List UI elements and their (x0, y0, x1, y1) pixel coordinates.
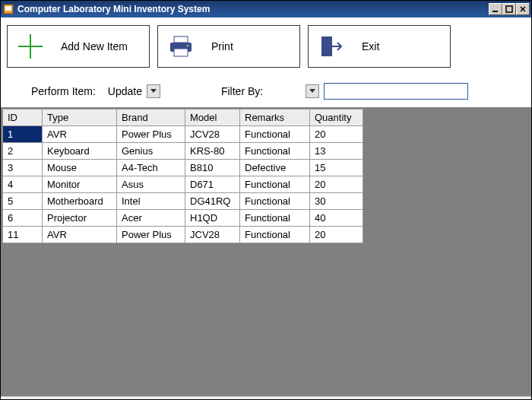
table-row[interactable]: 11AVRPower PlusJCV28Functional20 (3, 227, 363, 243)
svg-rect-3 (506, 6, 512, 12)
app-window: Computer Laboratory Mini Inventory Syste… (0, 0, 532, 400)
inventory-grid[interactable]: IDTypeBrandModelRemarksQuantity1AVRPower… (2, 109, 363, 243)
chevron-down-icon[interactable] (147, 84, 160, 98)
table-cell[interactable]: 40 (310, 210, 363, 227)
svg-rect-10 (174, 49, 188, 56)
table-cell[interactable]: 20 (310, 176, 363, 193)
table-cell[interactable]: Mouse (43, 160, 117, 176)
table-cell[interactable]: 11 (3, 227, 43, 243)
table-row[interactable]: 5MotherboardIntelDG41RQFunctional30 (3, 193, 363, 210)
exit-icon (316, 31, 347, 62)
column-header[interactable]: ID (3, 110, 43, 126)
svg-point-11 (187, 45, 189, 47)
add-new-item-label: Add New Item (61, 40, 128, 52)
svg-rect-8 (174, 37, 188, 43)
table-cell[interactable]: 6 (3, 210, 43, 227)
table-cell[interactable]: Monitor (43, 176, 117, 193)
table-cell[interactable]: Functional (240, 143, 310, 160)
perform-item-label: Perform Item: (31, 85, 96, 97)
table-cell[interactable]: Functional (240, 126, 310, 143)
table-cell[interactable]: A4-Tech (117, 160, 185, 176)
table-cell[interactable]: KRS-80 (185, 143, 240, 160)
exit-label: Exit (362, 40, 379, 52)
table-row[interactable]: 6ProjectorAcerH1QDFunctional40 (3, 210, 363, 227)
table-row[interactable]: 2KeyboardGeniusKRS-80Functional13 (3, 143, 363, 160)
filter-by-label: Filter By: (221, 85, 263, 97)
table-cell[interactable]: Power Plus (117, 227, 185, 243)
table-cell[interactable]: Intel (117, 193, 185, 210)
window-controls (489, 3, 530, 15)
status-bar (1, 396, 531, 399)
column-header[interactable]: Type (43, 110, 117, 126)
print-label: Print (211, 40, 233, 52)
table-cell[interactable]: AVR (43, 227, 117, 243)
table-cell[interactable]: Genius (117, 143, 185, 160)
chevron-down-icon[interactable] (306, 84, 319, 98)
table-cell[interactable]: 30 (310, 193, 363, 210)
table-cell[interactable]: Acer (117, 210, 185, 227)
column-header[interactable]: Remarks (240, 110, 310, 126)
svg-rect-12 (321, 37, 332, 56)
table-cell[interactable]: JCV28 (185, 227, 240, 243)
table-cell[interactable]: 13 (310, 143, 363, 160)
table-row[interactable]: 4MonitorAsusD671Functional20 (3, 176, 363, 193)
toolbar: Add New Item Print Exit (1, 17, 531, 71)
filter-input[interactable] (324, 83, 468, 100)
table-cell[interactable]: B810 (185, 160, 240, 176)
table-row[interactable]: 1AVRPower PlusJCV28Functional20 (3, 126, 363, 143)
column-header[interactable]: Brand (117, 110, 185, 126)
column-header[interactable]: Quantity (310, 110, 363, 126)
exit-button[interactable]: Exit (308, 25, 451, 68)
controls-row: Perform Item: Update Filter By: (1, 71, 531, 107)
perform-item-dropdown[interactable]: Update (103, 84, 160, 99)
perform-item-value: Update (103, 84, 147, 99)
table-cell[interactable]: Keyboard (43, 143, 117, 160)
table-cell[interactable]: Functional (240, 227, 310, 243)
window-title: Computer Laboratory Mini Inventory Syste… (17, 4, 489, 14)
table-cell[interactable]: 20 (310, 227, 363, 243)
title-bar: Computer Laboratory Mini Inventory Syste… (1, 1, 531, 17)
filter-group: Filter By: (221, 83, 468, 100)
table-cell[interactable]: Motherboard (43, 193, 117, 210)
table-cell[interactable]: 1 (3, 126, 43, 143)
table-cell[interactable]: Defective (240, 160, 310, 176)
table-row[interactable]: 3MouseA4-TechB810Defective15 (3, 160, 363, 176)
table-cell[interactable]: 15 (310, 160, 363, 176)
table-cell[interactable]: 2 (3, 143, 43, 160)
close-button[interactable] (516, 3, 530, 15)
column-header[interactable]: Model (185, 110, 240, 126)
table-cell[interactable]: Power Plus (117, 126, 185, 143)
add-new-item-button[interactable]: Add New Item (7, 25, 150, 68)
svg-rect-1 (5, 6, 11, 11)
plus-icon (15, 31, 46, 62)
table-cell[interactable]: Functional (240, 210, 310, 227)
table-cell[interactable]: 20 (310, 126, 363, 143)
table-cell[interactable]: 5 (3, 193, 43, 210)
table-cell[interactable]: H1QD (185, 210, 240, 227)
table-cell[interactable]: AVR (43, 126, 117, 143)
table-cell[interactable]: Functional (240, 193, 310, 210)
table-cell[interactable]: Functional (240, 176, 310, 193)
table-cell[interactable]: Asus (117, 176, 185, 193)
data-grid-area: IDTypeBrandModelRemarksQuantity1AVRPower… (1, 107, 531, 396)
print-button[interactable]: Print (157, 25, 300, 68)
table-cell[interactable]: DG41RQ (185, 193, 240, 210)
minimize-button[interactable] (489, 3, 502, 15)
table-cell[interactable]: Projector (43, 210, 117, 227)
filter-by-value (268, 90, 306, 93)
app-icon (2, 3, 14, 15)
table-cell[interactable]: D671 (185, 176, 240, 193)
table-cell[interactable]: JCV28 (185, 126, 240, 143)
table-cell[interactable]: 3 (3, 160, 43, 176)
table-cell[interactable]: 4 (3, 176, 43, 193)
maximize-button[interactable] (502, 3, 516, 15)
printer-icon (166, 31, 196, 62)
filter-by-dropdown[interactable] (268, 84, 319, 98)
